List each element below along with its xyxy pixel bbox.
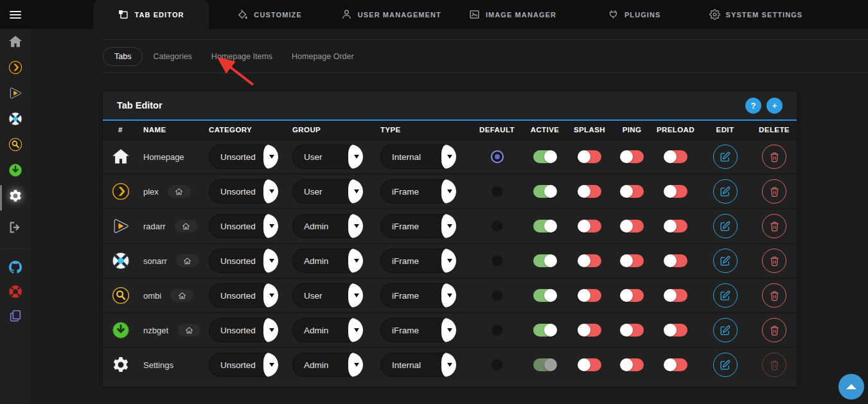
default-radio[interactable]: [491, 324, 504, 337]
edit-button[interactable]: [713, 249, 738, 273]
add-tab-button[interactable]: +: [766, 98, 783, 114]
sidebar-item-logout[interactable]: [0, 216, 31, 242]
sidebar-item-settings[interactable]: [0, 184, 31, 210]
ping-toggle[interactable]: [621, 254, 644, 267]
sidebar-item-docs[interactable]: [0, 305, 31, 329]
ping-toggle[interactable]: [621, 220, 644, 233]
splash-toggle[interactable]: [578, 358, 601, 371]
edit-button[interactable]: [713, 318, 738, 342]
group-select[interactable]: Admin: [292, 318, 363, 342]
preload-toggle[interactable]: [664, 324, 687, 337]
delete-button[interactable]: [762, 145, 786, 169]
type-select[interactable]: iFrame: [380, 318, 456, 342]
delete-button[interactable]: [762, 179, 786, 204]
ping-toggle[interactable]: [621, 324, 644, 337]
edit-button[interactable]: [713, 179, 738, 204]
active-toggle[interactable]: [533, 220, 556, 233]
sidebar-item-ombi[interactable]: [0, 133, 31, 159]
ping-toggle[interactable]: [621, 150, 644, 163]
ping-toggle[interactable]: [621, 289, 644, 302]
edit-button[interactable]: [713, 353, 738, 377]
active-toggle[interactable]: [533, 289, 556, 302]
splash-toggle[interactable]: [578, 150, 601, 163]
default-radio[interactable]: [491, 220, 504, 233]
sidebar-item-home[interactable]: [0, 30, 31, 56]
tab-image-manager[interactable]: IMAGE MANAGER: [452, 0, 573, 29]
splash-toggle[interactable]: [578, 254, 601, 267]
type-select[interactable]: iFrame: [380, 179, 456, 204]
splash-toggle[interactable]: [578, 220, 601, 233]
delete-button[interactable]: [762, 283, 786, 308]
preload-toggle[interactable]: [664, 289, 687, 302]
help-button[interactable]: ?: [745, 98, 761, 114]
ping-toggle[interactable]: [621, 185, 644, 198]
edit-button[interactable]: [713, 145, 738, 169]
splash-toggle[interactable]: [578, 185, 601, 198]
menu-button[interactable]: [0, 0, 31, 29]
default-radio[interactable]: [491, 185, 504, 198]
group-select[interactable]: Admin: [292, 249, 363, 273]
type-select[interactable]: Internal: [380, 145, 456, 169]
subtab-homepage-order[interactable]: Homepage Order: [292, 52, 354, 61]
sidebar-item-support[interactable]: [0, 281, 31, 305]
type-select[interactable]: iFrame: [380, 249, 456, 273]
preload-toggle[interactable]: [664, 150, 687, 163]
active-toggle[interactable]: [533, 254, 556, 267]
default-radio[interactable]: [491, 358, 504, 371]
category-select[interactable]: Unsorted: [209, 214, 278, 238]
active-toggle[interactable]: [533, 358, 556, 371]
group-select[interactable]: Admin: [292, 353, 363, 377]
active-toggle[interactable]: [533, 150, 556, 163]
tab-system-settings[interactable]: SYSTEM SETTINGS: [695, 0, 817, 29]
type-select[interactable]: iFrame: [380, 214, 456, 238]
sidebar-item-sonarr[interactable]: [0, 107, 31, 133]
splash-toggle[interactable]: [578, 289, 601, 302]
category-select[interactable]: Unsorted: [209, 353, 278, 377]
scroll-to-top-button[interactable]: [838, 374, 864, 400]
ping-toggle[interactable]: [621, 358, 644, 371]
subtab-categories[interactable]: Categories: [153, 52, 191, 61]
preload-toggle[interactable]: [664, 358, 687, 371]
category-select[interactable]: Unsorted: [209, 249, 278, 273]
delete-button[interactable]: [762, 318, 786, 342]
tab-icon: [111, 251, 130, 270]
group-select[interactable]: User: [292, 179, 363, 204]
tab-plugins[interactable]: PLUGINS: [574, 0, 695, 29]
default-radio[interactable]: [491, 150, 504, 163]
tab-tab-editor[interactable]: TAB EDITOR: [93, 0, 209, 29]
subtab-homepage-items[interactable]: Homepage Items: [211, 52, 272, 61]
type-select[interactable]: iFrame: [380, 283, 456, 308]
group-select[interactable]: User: [292, 283, 363, 308]
edit-button[interactable]: [713, 283, 738, 308]
sidebar-scrollbar-thumb[interactable]: [0, 185, 2, 211]
preload-toggle[interactable]: [664, 185, 687, 198]
splash-toggle[interactable]: [578, 324, 601, 337]
group-select[interactable]: User: [292, 145, 363, 169]
preload-toggle[interactable]: [664, 254, 687, 267]
sidebar-item-plex[interactable]: [0, 56, 31, 82]
default-radio[interactable]: [491, 254, 504, 267]
active-toggle[interactable]: [533, 324, 556, 337]
category-select[interactable]: Unsorted: [209, 145, 278, 169]
type-value: iFrame: [392, 187, 419, 197]
tab-customize[interactable]: CUSTOMIZE: [209, 0, 330, 29]
edit-button[interactable]: [713, 214, 738, 238]
type-select[interactable]: Internal: [380, 353, 456, 377]
subtab-tabs[interactable]: Tabs: [103, 47, 143, 66]
delete-button[interactable]: [762, 214, 786, 238]
sidebar-item-radarr[interactable]: [0, 82, 31, 107]
delete-button[interactable]: [762, 353, 786, 377]
tab-user-management[interactable]: USER MANAGEMENT: [330, 0, 452, 29]
sidebar-item-github[interactable]: [0, 256, 31, 281]
edit-pencil-icon: [720, 186, 731, 197]
delete-button[interactable]: [762, 249, 786, 273]
active-toggle[interactable]: [533, 185, 556, 198]
table-row: nzbget Unsorted Admin iFrame: [103, 312, 797, 347]
category-select[interactable]: Unsorted: [209, 179, 278, 204]
sidebar-item-nzbget[interactable]: [0, 159, 31, 184]
preload-toggle[interactable]: [664, 220, 687, 233]
category-select[interactable]: Unsorted: [209, 283, 278, 308]
category-select[interactable]: Unsorted: [209, 318, 278, 342]
default-radio[interactable]: [491, 289, 504, 302]
group-select[interactable]: Admin: [292, 214, 363, 238]
